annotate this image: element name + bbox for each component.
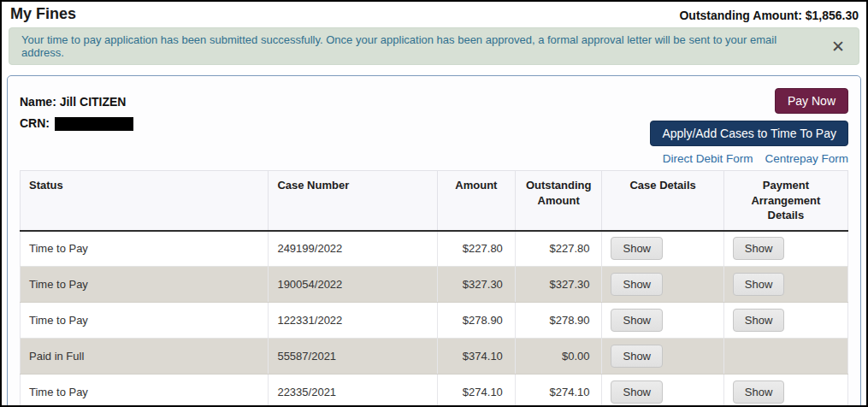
table-row: Time to Pay22335/2021$274.10$274.10ShowS… [21,375,848,407]
amount-cell: $278.90 [437,303,515,339]
show-payment-arrangement-button[interactable]: Show [733,380,785,404]
case-number-cell: 249199/2022 [269,231,437,267]
apply-add-cases-button[interactable]: Apply/Add Cases to Time To Pay [650,121,848,146]
show-case-details-button[interactable]: Show [611,309,663,332]
status-cell: Time to Pay [21,267,269,303]
outstanding-amount-cell: $0.00 [515,339,602,375]
column-header-payment-arrangement-details: Payment Arrangement Details [723,171,847,231]
table-row: Time to Pay190054/2022$327.30$327.30Show… [21,267,848,303]
case-number-cell: 55587/2021 [269,339,437,375]
form-links: Direct Debit Form Centrepay Form [663,152,848,165]
success-alert-message: Your time to pay application has been su… [21,33,818,59]
account-identity: Name: Jill CITIZEN CRN: [20,95,133,139]
my-fines-screen: My Fines Outstanding Amount: $1,856.30 Y… [0,0,868,407]
case-details-cell: Show [602,303,723,339]
direct-debit-form-link[interactable]: Direct Debit Form [663,152,753,165]
show-payment-arrangement-button[interactable]: Show [733,273,785,296]
table-row: Time to Pay122331/2022$278.90$278.90Show… [21,303,848,339]
case-details-cell: Show [602,231,723,267]
table-row: Paid in Full55587/2021$374.10$0.00Show [21,339,848,375]
case-number-cell: 22335/2021 [269,375,437,407]
fines-panel: Name: Jill CITIZEN CRN: Pay Now Apply/Ad… [7,75,861,407]
case-details-cell: Show [602,375,723,407]
show-case-details-button[interactable]: Show [611,380,663,404]
status-cell: Time to Pay [21,375,269,407]
payment-arrangement-cell: Show [723,303,847,339]
show-payment-arrangement-button[interactable]: Show [733,237,785,260]
fines-table-header: StatusCase NumberAmountOutstanding Amoun… [21,171,848,231]
show-case-details-button[interactable]: Show [611,345,663,368]
status-cell: Time to Pay [21,303,269,339]
account-crn: CRN: [20,116,133,131]
crn-label: CRN: [20,116,50,130]
case-details-cell: Show [602,267,723,303]
amount-cell: $327.30 [437,267,515,303]
status-cell: Paid in Full [21,339,269,375]
column-header-case-details: Case Details [602,171,723,231]
outstanding-amount-cell: $278.90 [515,303,602,339]
payment-arrangement-cell: Show [723,267,847,303]
success-alert: Your time to pay application has been su… [9,27,859,65]
amount-cell: $274.10 [437,375,515,407]
payment-arrangement-cell: Show [723,231,847,267]
payment-arrangement-cell: Show [723,375,847,407]
case-number-cell: 190054/2022 [269,267,437,303]
page-title: My Fines [10,5,76,23]
action-buttons: Pay Now Apply/Add Cases to Time To Pay D… [650,88,848,165]
show-case-details-button[interactable]: Show [611,273,663,296]
amount-cell: $374.10 [437,339,515,375]
column-header-status: Status [21,171,269,231]
column-header-amount: Amount [437,171,515,231]
payment-arrangement-cell [723,339,847,375]
close-icon[interactable]: ✕ [831,38,845,55]
column-header-outstanding-amount: Outstanding Amount [515,171,602,231]
column-header-case-number: Case Number [269,171,437,231]
show-case-details-button[interactable]: Show [611,237,663,260]
outstanding-amount: Outstanding Amount: $1,856.30 [679,9,859,22]
amount-cell: $227.80 [437,231,515,267]
outstanding-amount-cell: $227.80 [515,231,602,267]
outstanding-amount-cell: $274.10 [515,375,602,407]
account-name: Name: Jill CITIZEN [20,95,133,109]
crn-redaction [55,117,133,131]
status-cell: Time to Pay [21,231,269,267]
case-details-cell: Show [602,339,723,375]
show-payment-arrangement-button[interactable]: Show [733,309,785,332]
table-row: Time to Pay249199/2022$227.80$227.80Show… [21,231,848,267]
centrepay-form-link[interactable]: Centrepay Form [765,152,848,165]
fines-table: StatusCase NumberAmountOutstanding Amoun… [20,170,848,407]
outstanding-amount-cell: $327.30 [515,267,602,303]
case-number-cell: 122331/2022 [269,303,437,339]
pay-now-button[interactable]: Pay Now [775,88,848,114]
